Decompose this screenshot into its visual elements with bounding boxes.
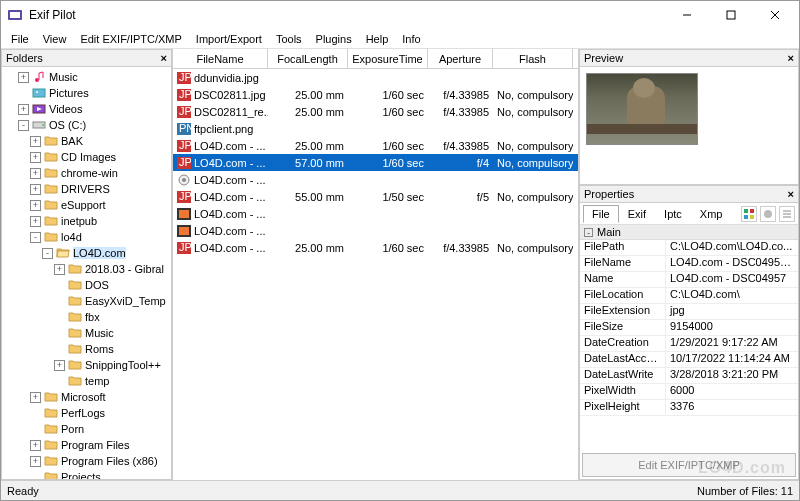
tree-node[interactable]: temp <box>2 373 171 389</box>
menu-tools[interactable]: Tools <box>270 31 308 47</box>
close-button[interactable] <box>753 1 797 29</box>
file-row[interactable]: JPGDSC02811_re...25.00 mm1/60 secf/4.339… <box>173 103 578 120</box>
menu-info[interactable]: Info <box>396 31 426 47</box>
tab-iptc[interactable]: Iptc <box>655 205 691 223</box>
tree-toggle-icon[interactable]: - <box>42 248 53 259</box>
property-row[interactable]: FileSize9154000 <box>580 320 798 336</box>
tab-exif[interactable]: Exif <box>619 205 655 223</box>
property-section-main[interactable]: - Main <box>580 225 798 240</box>
menu-help[interactable]: Help <box>360 31 395 47</box>
view-circle-icon[interactable] <box>760 206 776 222</box>
properties-close-icon[interactable]: × <box>788 188 794 200</box>
folder-open-icon <box>56 247 70 259</box>
view-list-icon[interactable] <box>779 206 795 222</box>
tree-node[interactable]: Roms <box>2 341 171 357</box>
tree-toggle-icon[interactable]: - <box>30 232 41 243</box>
file-row[interactable]: LO4D.com - ... <box>173 171 578 188</box>
column-exposuretime[interactable]: ExposureTime <box>348 49 428 68</box>
tree-toggle-icon[interactable]: + <box>54 360 65 371</box>
column-aperture[interactable]: Aperture <box>428 49 493 68</box>
tree-toggle-icon[interactable]: - <box>18 120 29 131</box>
tree-node[interactable]: +inetpub <box>2 213 171 229</box>
tree-toggle-icon[interactable]: + <box>54 264 65 275</box>
property-row[interactable]: PixelWidth6000 <box>580 384 798 400</box>
menu-import-export[interactable]: Import/Export <box>190 31 268 47</box>
edit-exif-button[interactable]: Edit EXIF/IPTC/XMP <box>582 453 796 477</box>
property-row[interactable]: NameLO4D.com - DSC04957 <box>580 272 798 288</box>
tree-node[interactable]: +chrome-win <box>2 165 171 181</box>
tree-node[interactable]: DOS <box>2 277 171 293</box>
tree-node[interactable]: EasyXviD_Temp <box>2 293 171 309</box>
view-grid-icon[interactable] <box>741 206 757 222</box>
tree-node[interactable]: +SnippingTool++ <box>2 357 171 373</box>
tree-node[interactable]: Projects <box>2 469 171 480</box>
file-row[interactable]: JPGLO4D.com - ...25.00 mm1/60 secf/4.339… <box>173 137 578 154</box>
menu-plugins[interactable]: Plugins <box>310 31 358 47</box>
tree-node[interactable]: Pictures <box>2 85 171 101</box>
tree-node[interactable]: +Videos <box>2 101 171 117</box>
tree-node[interactable]: +Program Files (x86) <box>2 453 171 469</box>
property-row[interactable]: PixelHeight3376 <box>580 400 798 416</box>
column-flash[interactable]: Flash <box>493 49 573 68</box>
tree-node[interactable]: +BAK <box>2 133 171 149</box>
tab-file[interactable]: File <box>583 205 619 223</box>
tree-node[interactable]: Music <box>2 325 171 341</box>
tree-toggle-icon[interactable]: + <box>30 216 41 227</box>
tree-node[interactable]: PerfLogs <box>2 405 171 421</box>
folders-close-icon[interactable]: × <box>161 52 167 64</box>
tree-toggle-icon[interactable]: + <box>30 456 41 467</box>
tree-node[interactable]: fbx <box>2 309 171 325</box>
tree-toggle-icon[interactable]: + <box>30 184 41 195</box>
property-row[interactable]: FileNameLO4D.com - DSC04957.j... <box>580 256 798 272</box>
property-row[interactable]: DateLastWrite3/28/2018 3:21:20 PM <box>580 368 798 384</box>
tree-toggle-icon[interactable]: + <box>30 440 41 451</box>
file-row[interactable]: LO4D.com - ... <box>173 222 578 239</box>
tree-toggle-icon[interactable]: + <box>30 392 41 403</box>
preview-close-icon[interactable]: × <box>788 52 794 64</box>
property-row[interactable]: FileExtensionjpg <box>580 304 798 320</box>
tree-node[interactable]: +Microsoft <box>2 389 171 405</box>
tree-node[interactable]: Porn <box>2 421 171 437</box>
menu-file[interactable]: File <box>5 31 35 47</box>
property-row[interactable]: FileLocationC:\LO4D.com\ <box>580 288 798 304</box>
tree-node[interactable]: +DRIVERS <box>2 181 171 197</box>
tree-toggle-icon[interactable]: + <box>30 152 41 163</box>
property-row[interactable]: DateCreation1/29/2021 9:17:22 AM <box>580 336 798 352</box>
collapse-icon[interactable]: - <box>584 228 593 237</box>
file-row[interactable]: PNGftpclient.png <box>173 120 578 137</box>
property-row[interactable]: FilePathC:\LO4D.com\LO4D.co... <box>580 240 798 256</box>
file-row[interactable]: JPGddunvidia.jpg <box>173 69 578 86</box>
folder-tree[interactable]: +MusicPictures+Videos-OS (C:)+BAK+CD Ima… <box>1 67 172 480</box>
tree-node[interactable]: -LO4D.com <box>2 245 171 261</box>
folder-icon <box>44 439 58 451</box>
minimize-button[interactable] <box>665 1 709 29</box>
tree-node[interactable]: +2018.03 - Gibral <box>2 261 171 277</box>
tree-label: eSupport <box>61 199 106 211</box>
tree-node[interactable]: -lo4d <box>2 229 171 245</box>
column-filename[interactable]: FileName <box>173 49 268 68</box>
grid-header[interactable]: FileNameFocalLengthExposureTimeApertureF… <box>173 49 578 69</box>
tree-toggle-icon[interactable]: + <box>30 200 41 211</box>
tab-xmp[interactable]: Xmp <box>691 205 732 223</box>
column-focallength[interactable]: FocalLength <box>268 49 348 68</box>
property-key: FilePath <box>580 240 666 255</box>
tree-toggle-icon[interactable]: + <box>18 104 29 115</box>
property-row[interactable]: DateLastAccess10/17/2022 11:14:24 AM <box>580 352 798 368</box>
tree-toggle-icon[interactable]: + <box>18 72 29 83</box>
tree-node[interactable]: -OS (C:) <box>2 117 171 133</box>
file-row[interactable]: JPGLO4D.com - ...55.00 mm1/50 secf/5No, … <box>173 188 578 205</box>
maximize-button[interactable] <box>709 1 753 29</box>
tree-toggle-icon[interactable]: + <box>30 136 41 147</box>
grid-body[interactable]: JPGddunvidia.jpgJPGDSC02811.jpg25.00 mm1… <box>173 69 578 480</box>
tree-toggle-icon[interactable]: + <box>30 168 41 179</box>
menu-edit-exif[interactable]: Edit EXIF/IPTC/XMP <box>74 31 187 47</box>
tree-node[interactable]: +CD Images <box>2 149 171 165</box>
menu-view[interactable]: View <box>37 31 73 47</box>
file-row[interactable]: JPGDSC02811.jpg25.00 mm1/60 secf/4.33985… <box>173 86 578 103</box>
file-row[interactable]: JPGLO4D.com - ...25.00 mm1/60 secf/4.339… <box>173 239 578 256</box>
file-row[interactable]: JPGLO4D.com - ...57.00 mm1/60 secf/4No, … <box>173 154 578 171</box>
tree-node[interactable]: +Music <box>2 69 171 85</box>
file-row[interactable]: LO4D.com - ... <box>173 205 578 222</box>
tree-node[interactable]: +eSupport <box>2 197 171 213</box>
tree-node[interactable]: +Program Files <box>2 437 171 453</box>
